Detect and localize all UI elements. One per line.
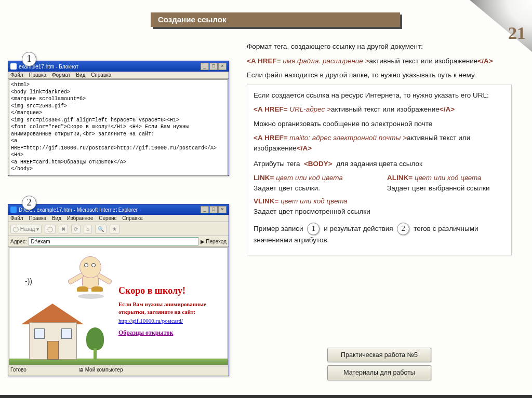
bird-icon: -)) [25, 277, 32, 285]
ie-titlebar: D:\ex... example17.htm - Microsoft Inter… [8, 204, 229, 215]
menu-view[interactable]: Вид [76, 72, 85, 78]
menu-edit[interactable]: Правка [29, 72, 46, 78]
favorites-button[interactable]: ★ [110, 225, 119, 234]
notepad-body[interactable]: <html> <body link=darkred> <marquee scro… [9, 79, 228, 176]
addr-input[interactable] [29, 237, 198, 245]
menu-help[interactable]: Справка [122, 215, 142, 221]
ie-window: D:\ex... example17.htm - Microsoft Inter… [8, 204, 229, 376]
home-button[interactable]: ⌂ [84, 225, 92, 234]
slide-title: Создание ссылок [151, 12, 400, 27]
inline-badge-one: 1 [307, 223, 320, 235]
nav-buttons: Практическая работа №5 Материалы для раб… [327, 348, 431, 383]
menu-fav[interactable]: Избранное [67, 215, 94, 221]
ie-address-bar: Адрес: ▶ Переход [8, 236, 229, 247]
menu-file[interactable]: Файл [10, 72, 23, 78]
page-number: 21 [508, 23, 526, 43]
ie-icon [10, 207, 17, 213]
example-sentence: Пример записи 1 и результат действия 2 т… [254, 223, 505, 245]
format-2: <A HREF= URL-адрес >активный текст или и… [254, 104, 505, 115]
vlink-attr: VLINK= цвет или код цвета Задает цвет пр… [254, 196, 505, 216]
close-button[interactable]: × [218, 63, 227, 70]
notepad-titlebar: example17.htm - Блокнот _ □ × [8, 61, 229, 72]
alink-attr: ALINK= цвет или код цвета Задает цвет вы… [387, 173, 505, 193]
search-button[interactable]: 🔍 [95, 225, 107, 234]
close-button[interactable]: × [218, 206, 227, 213]
mailto-note: Можно организовать сообщение по электрон… [254, 119, 505, 129]
format-3: <A HREF= mailto: адрес электронной почты… [254, 133, 505, 153]
menu-format[interactable]: Формат [52, 72, 71, 78]
go-button[interactable]: ▶ Переход [201, 239, 227, 244]
format-1: <A HREF= имя файла. расширение >активный… [247, 56, 512, 66]
menu-view[interactable]: Вид [52, 215, 61, 221]
notepad-icon [10, 63, 17, 70]
ie-toolbar: ◯ Назад ▾ ◯ ✖ ⟳ ⌂ 🔍 ★ [8, 222, 229, 236]
bottom-edge [0, 395, 532, 398]
inline-badge-two: 2 [397, 223, 409, 235]
forward-button[interactable]: ◯ [45, 225, 56, 234]
minimize-button[interactable]: _ [201, 63, 209, 70]
url-note: Если создается ссылка на ресурс Интернет… [254, 90, 505, 101]
explanation-text: Формат тега, создающего ссылку на другой… [247, 42, 512, 255]
back-button[interactable]: ◯ Назад ▾ [10, 225, 42, 234]
stop-button[interactable]: ✖ [59, 225, 68, 234]
notepad-menu: Файл Правка Формат Вид Справка [8, 72, 229, 79]
status-zone: 🖥 Мой компьютер [78, 367, 123, 373]
badge-two: 2 [22, 196, 36, 210]
path-note: Если файл находится в другой папке, то н… [247, 70, 512, 80]
minimize-button[interactable]: _ [201, 206, 209, 213]
practical-work-button[interactable]: Практическая работа №5 [327, 348, 431, 362]
window-buttons: _ □ × [201, 206, 227, 213]
maximize-button[interactable]: □ [209, 206, 218, 213]
materials-button[interactable]: Материалы для работы [327, 365, 431, 380]
slide-title-text: Создание ссылок [151, 12, 400, 27]
ie-title-text: D:\ex... example17.htm - Microsoft Inter… [19, 207, 138, 213]
ie-status-bar: Готово 🖥 Мой компьютер [8, 366, 229, 373]
info-box: Если создается ссылка на ресурс Интернет… [247, 85, 512, 255]
house-illustration [19, 298, 112, 360]
menu-help[interactable]: Справка [91, 72, 111, 78]
menu-edit[interactable]: Правка [29, 215, 46, 221]
intro-para: Формат тега, создающего ссылку на другой… [247, 42, 512, 52]
menu-file[interactable]: Файл [10, 215, 23, 221]
postcard-link[interactable]: http://gif.10000.ru/postcard/ [118, 318, 222, 324]
addr-label: Адрес: [10, 239, 26, 244]
link-attr: LINK= цвет или код цвета Задает цвет ссы… [254, 173, 371, 193]
status-ready: Готово [10, 367, 26, 373]
ie-page-text: Скоро в школу! Если Вам нужны анимирован… [118, 285, 222, 337]
samples-link[interactable]: Образцы открыток [118, 329, 222, 337]
notepad-window: example17.htm - Блокнот _ □ × Файл Правк… [8, 61, 229, 176]
body-attrs-heading: Атрибуты тега <BODY> для задания цвета с… [254, 159, 505, 169]
ie-menu: Файл Правка Вид Избранное Сервис Справка [8, 215, 229, 222]
maximize-button[interactable]: □ [209, 63, 218, 70]
page-heading: Скоро в школу! [118, 285, 222, 296]
ie-content: -)) Скоро в школу! Если Вам нужны анимир… [9, 248, 228, 365]
menu-tools[interactable]: Сервис [99, 215, 116, 221]
window-buttons: _ □ × [201, 63, 227, 70]
badge-one: 1 [22, 52, 36, 66]
cartoon-character [66, 252, 113, 299]
page-para: Если Вам нужны анимированные открытки, з… [118, 300, 222, 317]
refresh-button[interactable]: ⟳ [71, 225, 81, 234]
